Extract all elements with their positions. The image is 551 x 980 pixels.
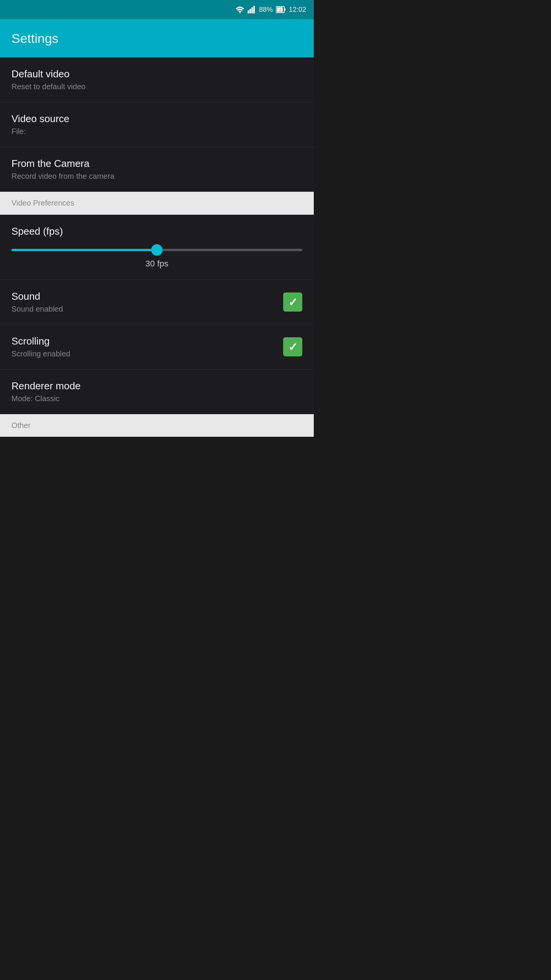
settings-list: Default video Reset to default video Vid… xyxy=(0,57,314,437)
settings-item-video-source[interactable]: Video source File: xyxy=(0,102,314,147)
settings-item-speed-fps: Speed (fps) 30 fps xyxy=(0,215,314,280)
battery-icon: ⚡ xyxy=(276,6,286,13)
speed-fps-title: Speed (fps) xyxy=(11,225,302,237)
sound-subtitle: Sound enabled xyxy=(11,305,283,314)
status-bar: 88% ⚡ 12:02 xyxy=(0,0,314,19)
svg-text:⚡: ⚡ xyxy=(278,7,283,12)
fps-slider-fill xyxy=(11,249,157,251)
battery-percentage: 88% xyxy=(259,6,273,14)
video-preferences-header: Video Preferences xyxy=(0,192,314,215)
video-source-title: Video source xyxy=(11,113,302,125)
app-bar: Settings xyxy=(0,19,314,57)
svg-rect-4 xyxy=(253,6,255,13)
settings-item-sound[interactable]: Sound Sound enabled ✓ xyxy=(0,280,314,325)
sound-title: Sound xyxy=(11,291,283,302)
svg-rect-1 xyxy=(248,10,249,13)
status-icons: 88% ⚡ 12:02 xyxy=(235,6,306,14)
svg-point-0 xyxy=(239,12,240,13)
settings-item-renderer-mode[interactable]: Renderer mode Mode: Classic xyxy=(0,369,314,414)
default-video-title: Default video xyxy=(11,68,302,80)
svg-rect-3 xyxy=(251,7,253,13)
scrolling-title: Scrolling xyxy=(11,335,283,347)
video-source-subtitle: File: xyxy=(11,127,302,136)
app-bar-title: Settings xyxy=(11,31,59,46)
svg-rect-2 xyxy=(249,9,251,13)
renderer-mode-subtitle: Mode: Classic xyxy=(11,394,302,403)
other-header: Other xyxy=(0,414,314,437)
settings-item-default-video[interactable]: Default video Reset to default video xyxy=(0,57,314,102)
fps-slider-value: 30 fps xyxy=(11,259,302,269)
video-preferences-label: Video Preferences xyxy=(11,199,74,207)
svg-rect-6 xyxy=(284,8,285,11)
sound-checkmark: ✓ xyxy=(288,296,298,309)
fps-slider-thumb[interactable] xyxy=(151,244,163,256)
settings-item-from-camera[interactable]: From the Camera Record video from the ca… xyxy=(0,147,314,192)
settings-item-scrolling[interactable]: Scrolling Scrolling enabled ✓ xyxy=(0,325,314,369)
sound-checkbox[interactable]: ✓ xyxy=(283,292,302,312)
signal-icon xyxy=(248,6,256,13)
other-label: Other xyxy=(11,421,31,430)
fps-slider-container[interactable] xyxy=(11,245,302,255)
scrolling-subtitle: Scrolling enabled xyxy=(11,350,283,358)
from-camera-subtitle: Record video from the camera xyxy=(11,172,302,181)
status-time: 12:02 xyxy=(289,6,306,14)
renderer-mode-title: Renderer mode xyxy=(11,380,302,392)
default-video-subtitle: Reset to default video xyxy=(11,82,302,91)
fps-slider-track xyxy=(11,249,302,251)
scrolling-checkmark: ✓ xyxy=(288,340,298,354)
wifi-icon xyxy=(235,6,245,13)
from-camera-title: From the Camera xyxy=(11,158,302,170)
scrolling-checkbox[interactable]: ✓ xyxy=(283,337,302,356)
